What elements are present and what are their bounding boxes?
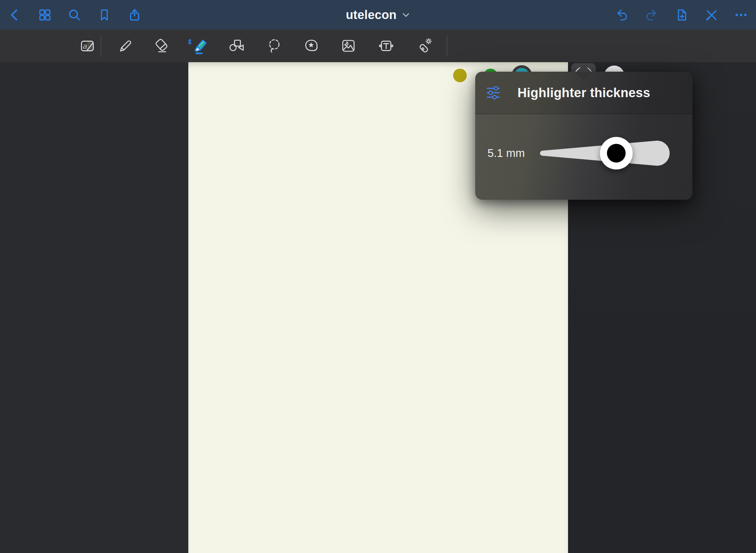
page-grid-icon xyxy=(38,8,52,22)
highlighter-icon xyxy=(191,36,210,55)
popover-body: 5.1 mm xyxy=(475,114,692,200)
share-icon xyxy=(127,8,142,22)
document-title-dropdown[interactable]: utelecon xyxy=(346,0,410,30)
tool-bar: a xyxy=(0,30,756,62)
back-icon xyxy=(8,8,22,22)
add-page-icon xyxy=(674,8,689,22)
slider-knob[interactable] xyxy=(600,137,633,170)
popover-title: Highlighter thickness xyxy=(475,72,692,114)
undo-button[interactable] xyxy=(612,0,631,30)
image-tool[interactable] xyxy=(339,30,358,62)
zoom-window-icon: a xyxy=(79,37,96,55)
text-icon xyxy=(377,37,395,55)
color-swatch-yellow[interactable] xyxy=(453,69,467,82)
pen-cross-icon xyxy=(704,8,719,22)
eraser-icon xyxy=(153,37,170,55)
toolbar-divider xyxy=(447,35,447,57)
highlighter-thickness-popover: Highlighter thickness 5.1 mm xyxy=(475,72,692,200)
chevron-down-icon xyxy=(401,11,410,19)
lasso-icon xyxy=(265,37,283,55)
canvas-background-left xyxy=(0,62,188,553)
laser-pointer-icon xyxy=(415,37,433,55)
elements-tool[interactable] xyxy=(302,30,321,62)
navigation-bar: utelecon xyxy=(0,0,756,30)
search-icon xyxy=(67,8,82,22)
bookmark-button[interactable] xyxy=(95,0,114,30)
share-button[interactable] xyxy=(125,0,144,30)
laser-pointer-tool[interactable] xyxy=(415,30,434,62)
more-icon xyxy=(734,8,748,22)
svg-text:a: a xyxy=(83,42,87,50)
undo-icon xyxy=(614,8,629,22)
pen-icon xyxy=(116,37,133,55)
bookmark-icon xyxy=(97,8,111,22)
lasso-tool[interactable] xyxy=(265,30,284,62)
zoom-window-tool[interactable]: a xyxy=(78,30,97,62)
pen-tool[interactable] xyxy=(115,30,134,62)
redo-button[interactable] xyxy=(642,0,662,30)
toolbar-divider xyxy=(101,35,101,57)
eraser-tool[interactable] xyxy=(152,30,171,62)
page-thumbnails-button[interactable] xyxy=(35,0,54,30)
thickness-slider[interactable] xyxy=(475,114,692,200)
shapes-tool[interactable] xyxy=(227,30,246,62)
back-button[interactable] xyxy=(5,0,24,30)
redo-icon xyxy=(645,8,659,22)
read-only-toggle-button[interactable] xyxy=(702,0,721,30)
elements-sticker-icon xyxy=(303,37,320,55)
search-button[interactable] xyxy=(65,0,84,30)
popover-header: Highlighter thickness xyxy=(475,72,692,114)
shapes-icon xyxy=(227,37,245,55)
text-tool[interactable] xyxy=(377,30,396,62)
bluetooth-icon xyxy=(187,38,192,47)
page-title: utelecon xyxy=(346,8,397,22)
highlighter-tool[interactable] xyxy=(191,30,210,62)
more-options-button[interactable] xyxy=(732,0,751,30)
image-icon xyxy=(340,37,357,55)
add-page-button[interactable] xyxy=(672,0,691,30)
